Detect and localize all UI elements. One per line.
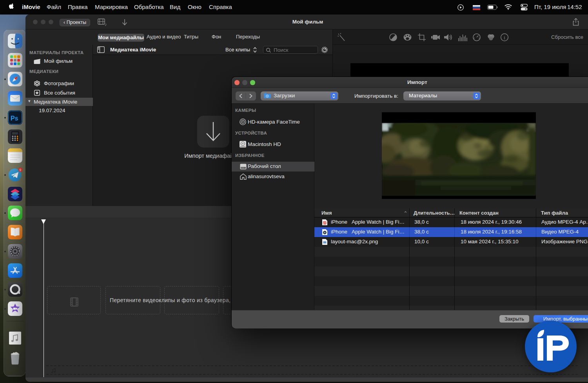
- svg-text:♪: ♪: [105, 22, 107, 26]
- svg-text:i: i: [504, 35, 505, 40]
- svg-text:Ps: Ps: [11, 115, 18, 122]
- svg-text:9: 9: [20, 168, 22, 172]
